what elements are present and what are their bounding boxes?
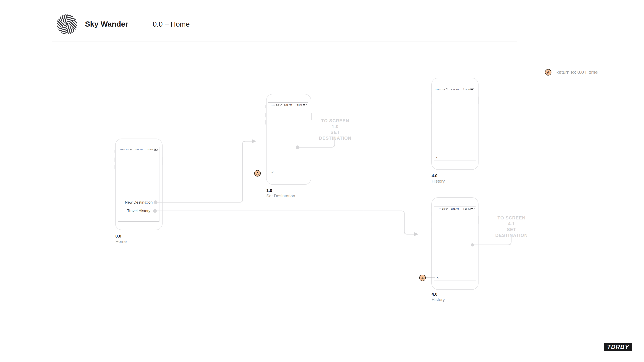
signal-strength-icon: ●●●○○ [270, 104, 275, 106]
to-screen-label: TO SCREEN 4.1 SET DESTINATION [491, 215, 532, 238]
brand-pinwheel-logo [56, 14, 77, 35]
annotation-badge-a: A [419, 275, 426, 281]
screen-id-label: 4.0 [432, 173, 438, 178]
to-screen-label: TO SCREEN 1.0 SET DESTINATION [316, 118, 354, 141]
phone-screen-history [434, 206, 476, 281]
status-time: 9:41 AM [135, 148, 143, 151]
flow-anchor-dot [153, 145, 474, 247]
new-destination-button[interactable]: New Destination [118, 200, 160, 205]
wifi-icon [280, 104, 282, 106]
legend-text: Return to: 0.0 Home [556, 69, 598, 75]
battery-percent: 58 % [465, 88, 470, 90]
battery-percent: 58 % [148, 148, 154, 151]
screen-id-label: 1.0 [266, 188, 272, 193]
screen-id-label: 0.0 [116, 234, 121, 239]
wifi-icon [446, 88, 448, 90]
column-divider [363, 77, 363, 343]
status-time: 9:41 AM [451, 208, 459, 210]
app-name: Sky Wander [85, 20, 128, 28]
back-chevron-icon[interactable]: < [437, 276, 439, 279]
status-time: 9:41 AM [451, 88, 459, 90]
bluetooth-icon: ᛒ [296, 104, 296, 106]
screen-name-label: Home [116, 239, 127, 244]
screen-name-label: History [432, 179, 445, 184]
page-title: 0.0 – Home [153, 20, 190, 28]
carrier-label: GS [442, 88, 445, 90]
screen-name-label: Set Desintation [266, 194, 295, 198]
screen-name-label: History [432, 297, 445, 302]
screen-id-label: 4.0 [432, 292, 438, 297]
badge-connector-line [260, 173, 435, 278]
battery-icon [303, 104, 306, 106]
bluetooth-icon: ᛒ [463, 208, 464, 210]
battery-icon [470, 208, 474, 210]
battery-icon [470, 88, 474, 90]
signal-strength-icon: ●●●○○ [436, 208, 441, 210]
bluetooth-icon: ᛒ [463, 88, 464, 90]
tdrby-logo: TDRBY [604, 343, 632, 351]
header-divider [52, 41, 517, 42]
battery-icon [154, 149, 158, 151]
bluetooth-icon: ᛒ [147, 148, 148, 151]
signal-strength-icon: ●●●○○ [436, 88, 441, 90]
wifi-icon [130, 149, 132, 151]
signal-strength-icon: ●●●○○ [120, 149, 126, 150]
annotation-badge-a: A [545, 69, 552, 75]
carrier-label: GS [126, 148, 129, 151]
phone-screen-history-empty [434, 87, 476, 160]
column-divider [209, 77, 209, 343]
carrier-label: GS [276, 104, 279, 106]
travel-history-button[interactable]: Travel History [118, 209, 160, 213]
annotation-badge-a: A [254, 170, 261, 177]
carrier-label: GS [442, 208, 445, 210]
back-chevron-icon[interactable]: < [272, 170, 274, 174]
status-bar: ●●●○○ GS 9:41 AM ᛒ 58 % [118, 147, 160, 151]
status-bar: ●●●○○ GS 9:41 AM ᛒ 58 % [434, 87, 476, 91]
back-chevron-icon[interactable]: < [436, 156, 438, 159]
status-bar: ●●●○○ GS 9:41 AM ᛒ 58 % [268, 102, 308, 107]
wifi-icon [446, 208, 448, 210]
flow-connectors [0, 0, 644, 362]
battery-percent: 58 % [465, 208, 470, 210]
phone-screen-set-destination [268, 102, 308, 177]
flow-canvas: Sky Wander 0.0 – Home A Return to: 0.0 H… [0, 0, 644, 362]
status-bar: ●●●○○ GS 9:41 AM ᛒ 58 % [434, 206, 476, 211]
battery-percent: 58 % [297, 104, 302, 106]
status-time: 9:41 AM [284, 104, 292, 106]
